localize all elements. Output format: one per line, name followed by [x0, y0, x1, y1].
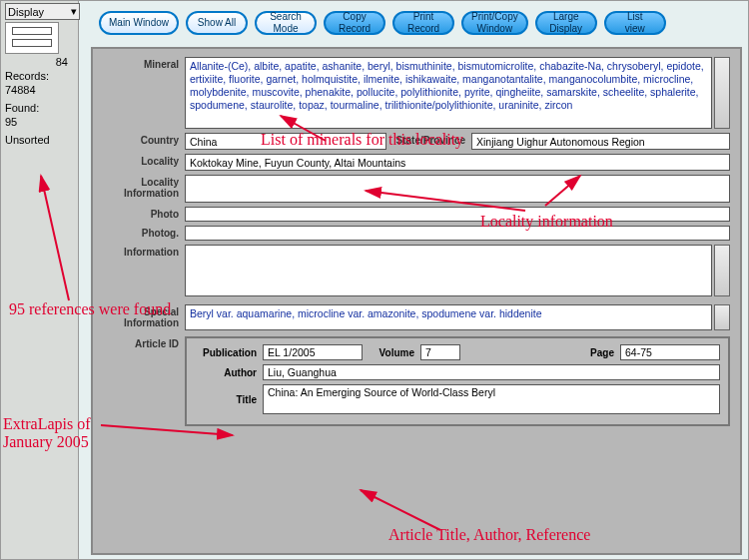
special-info-field[interactable]: Beryl var. aquamarine, microcline var. a… [185, 304, 712, 330]
author-label: Author [195, 367, 257, 378]
state-field[interactable]: Xinjiang Uighur Autonomous Region [471, 133, 730, 150]
status-sidebar: Display ▾ 84 Records: 74884 Found: 95 Un… [1, 1, 79, 559]
records-label: Records: [5, 70, 74, 82]
special-info-label: Special Information [101, 304, 185, 328]
title-field[interactable]: China: An Emerging Source of World-Class… [263, 384, 720, 414]
locality-info-field[interactable] [185, 175, 730, 203]
photographer-field[interactable] [185, 226, 730, 241]
publication-label: Publication [195, 347, 257, 358]
toolbar: Main Window Show All Search Mode Copy Re… [99, 11, 743, 35]
app-window: Display ▾ 84 Records: 74884 Found: 95 Un… [0, 0, 749, 560]
copy-record-button[interactable]: Copy Record [324, 11, 385, 35]
locality-field[interactable]: Koktokay Mine, Fuyun County, Altai Mount… [185, 154, 730, 171]
information-field[interactable] [185, 245, 712, 296]
list-view-button[interactable]: List view [604, 11, 666, 35]
display-mode-label: Display [8, 6, 44, 18]
found-label: Found: [5, 102, 74, 114]
print-record-button[interactable]: Print Record [392, 11, 454, 35]
sort-status: Unsorted [5, 134, 74, 146]
article-id-label: Article ID [101, 336, 185, 349]
title-label: Title [195, 394, 257, 405]
main-window-button[interactable]: Main Window [99, 11, 179, 35]
page-field[interactable]: 64-75 [620, 344, 720, 360]
display-mode-icon[interactable] [5, 22, 59, 54]
article-frame: Publication EL 1/2005 Volume 7 Page 64-7… [185, 336, 730, 426]
display-mode-selector[interactable]: Display ▾ [5, 3, 80, 20]
locality-info-label: Locality Information [101, 175, 185, 199]
publication-field[interactable]: EL 1/2005 [263, 344, 363, 360]
preview-count: 84 [5, 56, 74, 68]
mineral-list-field[interactable]: Allanite-(Ce), albite, apatite, ashanite… [185, 57, 712, 129]
record-panel: Mineral Allanite-(Ce), albite, apatite, … [91, 47, 742, 555]
volume-label: Volume [369, 347, 414, 358]
volume-field[interactable]: 7 [420, 344, 460, 360]
show-all-button[interactable]: Show All [186, 11, 248, 35]
information-scrollbar[interactable] [714, 245, 730, 296]
print-copy-window-button[interactable]: Print/Copy Window [461, 11, 528, 35]
locality-label: Locality [101, 154, 185, 167]
search-mode-button[interactable]: Search Mode [255, 11, 317, 35]
mineral-label: Mineral [101, 57, 185, 70]
records-value: 74884 [5, 84, 74, 96]
special-info-scrollbar[interactable] [714, 304, 730, 330]
photo-label: Photo [101, 207, 185, 220]
page-label: Page [578, 347, 614, 358]
photographer-label: Photog. [101, 226, 185, 239]
mineral-scrollbar[interactable] [714, 57, 730, 129]
country-label: Country [101, 133, 185, 146]
author-field[interactable]: Liu, Guanghua [263, 364, 720, 380]
state-label: State/Province [386, 133, 471, 150]
large-display-button[interactable]: Large Display [535, 11, 597, 35]
information-label: Information [101, 245, 185, 258]
country-field[interactable]: China [185, 133, 386, 150]
photo-field[interactable] [185, 207, 730, 222]
dropdown-arrow-icon: ▾ [71, 5, 77, 18]
found-value: 95 [5, 116, 74, 128]
